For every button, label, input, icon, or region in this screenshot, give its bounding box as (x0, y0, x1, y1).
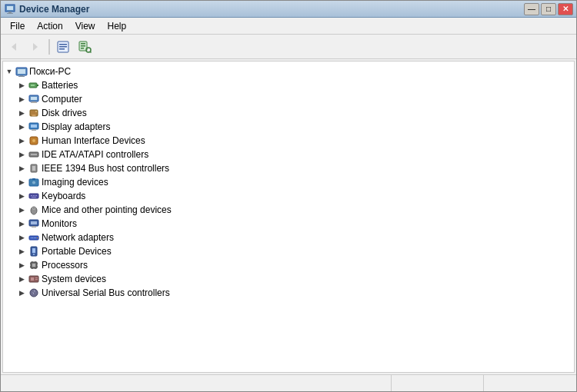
menu-file[interactable]: File (4, 19, 31, 33)
ieee-icon (28, 162, 40, 174)
imaging-icon (28, 176, 40, 188)
expander[interactable]: ▶ (15, 79, 28, 91)
svg-rect-76 (35, 277, 38, 278)
status-main (1, 375, 392, 391)
svg-rect-25 (32, 101, 36, 102)
svg-line-15 (90, 51, 91, 52)
list-item[interactable]: ▶ Universal Serial Bus controllers (3, 286, 574, 300)
svg-rect-1 (7, 6, 13, 10)
menu-view[interactable]: View (69, 19, 102, 33)
expander[interactable]: ▶ (15, 273, 28, 285)
computer-label: Computer (42, 94, 82, 105)
close-button[interactable]: ✕ (558, 3, 573, 15)
svg-rect-9 (59, 48, 65, 50)
menu-action[interactable]: Action (31, 19, 68, 33)
expander[interactable]: ▶ (15, 148, 28, 161)
portable-label: Portable Devices (42, 246, 112, 257)
expander[interactable]: ▶ (15, 287, 28, 299)
root-expander[interactable]: ▼ (3, 65, 15, 78)
maximize-button[interactable]: □ (541, 3, 556, 15)
display-icon (28, 121, 40, 133)
expander[interactable]: ▶ (15, 162, 28, 174)
expander[interactable]: ▶ (15, 204, 28, 216)
network-label: Network adapters (42, 232, 114, 243)
processors-label: Processors (42, 260, 88, 271)
expander[interactable]: ▶ (15, 107, 28, 119)
svg-point-28 (32, 115, 36, 116)
title-bar-left: Device Manager (4, 3, 89, 15)
expander[interactable]: ▶ (15, 135, 28, 147)
list-item[interactable]: ▶ Batteries (3, 78, 574, 92)
menu-bar: File Action View Help (1, 18, 576, 35)
minimize-button[interactable]: — (524, 3, 539, 15)
list-item[interactable]: ▶ Portable Devices (3, 244, 574, 258)
expander[interactable]: ▶ (15, 245, 28, 257)
device-tree[interactable]: ▼ Покси-PC ▶ (3, 61, 574, 372)
hid-label: Human Interface Devices (42, 135, 145, 146)
batteries-label: Batteries (42, 80, 78, 91)
svg-rect-53 (32, 226, 35, 227)
svg-rect-45 (33, 195, 35, 196)
svg-rect-17 (18, 69, 25, 74)
expander[interactable]: ▶ (15, 190, 28, 202)
expander[interactable]: ▶ (15, 231, 28, 244)
svg-rect-39 (32, 166, 35, 171)
forward-button[interactable] (25, 38, 45, 56)
title-bar: Device Manager — □ ✕ (1, 1, 576, 18)
svg-point-63 (33, 254, 35, 255)
status-right (484, 375, 576, 391)
list-item[interactable]: ▶ Disk drives (3, 106, 574, 120)
system-icon (28, 273, 40, 285)
tree-root[interactable]: ▼ Покси-PC (3, 65, 574, 78)
keyboard-label: Keyboards (42, 191, 85, 201)
svg-rect-62 (32, 248, 35, 253)
svg-rect-59 (35, 238, 36, 238)
svg-rect-33 (32, 130, 36, 131)
status-middle (392, 375, 484, 391)
svg-rect-37 (31, 154, 37, 155)
expander[interactable]: ▶ (15, 176, 28, 188)
list-item[interactable]: ▶ Network adapters (3, 231, 574, 244)
expander[interactable]: ▶ (15, 259, 28, 271)
root-label: Покси-PC (29, 66, 71, 77)
list-item[interactable]: ▶ Monitors (3, 217, 574, 231)
usb-label: Universal Serial Bus controllers (42, 287, 170, 298)
svg-rect-29 (35, 111, 37, 112)
expander[interactable]: ▶ (15, 218, 28, 230)
disk-icon (28, 107, 40, 119)
toolbar-separator-1 (48, 39, 50, 55)
root-icon (15, 65, 28, 78)
list-item[interactable]: ▶ Display adapters (3, 120, 574, 134)
list-item[interactable]: ▶ Human Interface Devices (3, 134, 574, 148)
list-item[interactable]: ▶ IDE ATA/ATAPI controllers (3, 148, 574, 161)
svg-point-35 (32, 139, 35, 142)
disk-label: Disk drives (42, 108, 87, 118)
ieee-label: IEEE 1394 Bus host controllers (42, 163, 169, 174)
list-item[interactable]: ▶ Processors (3, 258, 574, 272)
svg-rect-26 (31, 102, 37, 103)
list-item[interactable]: ▶ System devices (3, 272, 574, 286)
list-item[interactable]: ▶ Keyboards (3, 189, 574, 203)
list-item[interactable]: ▶ IEEE 1394 Bus host controllers (3, 161, 574, 175)
svg-rect-8 (59, 46, 67, 48)
list-item[interactable]: ▶ Computer (3, 92, 574, 106)
svg-rect-21 (37, 85, 38, 86)
svg-rect-44 (31, 195, 32, 196)
expander[interactable]: ▶ (15, 121, 28, 133)
title-controls: — □ ✕ (524, 3, 573, 15)
list-item[interactable]: ▶ Mice and other pointing devices (3, 203, 574, 217)
svg-marker-5 (33, 43, 38, 51)
portable-icon (28, 245, 40, 257)
usb-icon (28, 287, 40, 299)
properties-button[interactable] (53, 38, 73, 56)
svg-rect-52 (31, 221, 37, 224)
svg-rect-12 (81, 45, 85, 47)
list-item[interactable]: ▶ Imaging devices (3, 175, 574, 189)
expander[interactable]: ▶ (15, 93, 28, 105)
batteries-icon (28, 79, 40, 91)
menu-help[interactable]: Help (102, 19, 133, 33)
scan-button[interactable] (75, 38, 95, 56)
svg-rect-11 (81, 43, 85, 45)
back-button[interactable] (4, 38, 24, 56)
toolbar (1, 35, 576, 59)
